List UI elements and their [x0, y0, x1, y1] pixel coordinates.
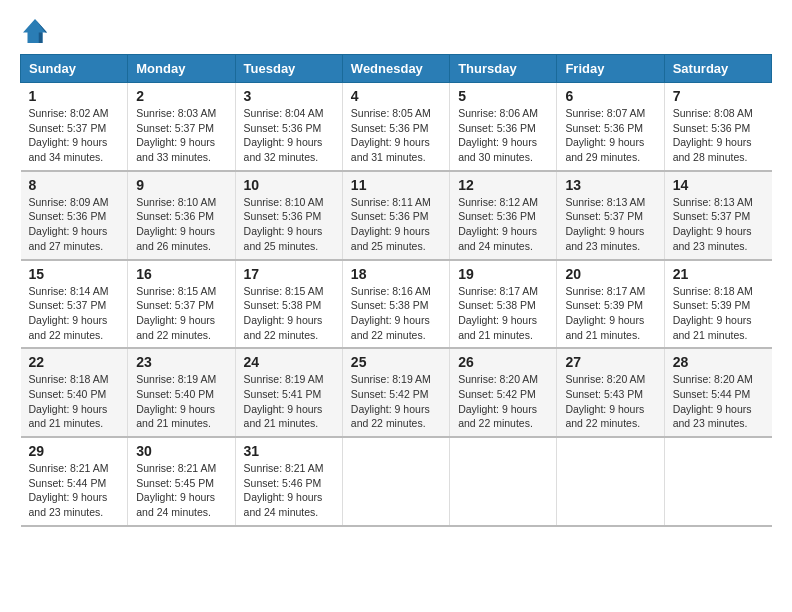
day-header-saturday: Saturday — [664, 55, 771, 83]
day-number: 18 — [351, 266, 441, 282]
day-cell: 1Sunrise: 8:02 AMSunset: 5:37 PMDaylight… — [21, 83, 128, 171]
day-info: Sunrise: 8:15 AMSunset: 5:37 PMDaylight:… — [136, 284, 226, 343]
day-info: Sunrise: 8:11 AMSunset: 5:36 PMDaylight:… — [351, 195, 441, 254]
day-info: Sunrise: 8:10 AMSunset: 5:36 PMDaylight:… — [244, 195, 334, 254]
day-info: Sunrise: 8:18 AMSunset: 5:40 PMDaylight:… — [29, 372, 120, 431]
day-header-wednesday: Wednesday — [342, 55, 449, 83]
day-cell — [664, 437, 771, 526]
day-number: 7 — [673, 88, 764, 104]
day-number: 16 — [136, 266, 226, 282]
day-cell — [557, 437, 664, 526]
day-number: 10 — [244, 177, 334, 193]
day-header-friday: Friday — [557, 55, 664, 83]
day-info: Sunrise: 8:13 AMSunset: 5:37 PMDaylight:… — [673, 195, 764, 254]
header-row: SundayMondayTuesdayWednesdayThursdayFrid… — [21, 55, 772, 83]
day-header-tuesday: Tuesday — [235, 55, 342, 83]
day-info: Sunrise: 8:18 AMSunset: 5:39 PMDaylight:… — [673, 284, 764, 343]
day-cell: 8Sunrise: 8:09 AMSunset: 5:36 PMDaylight… — [21, 171, 128, 260]
day-info: Sunrise: 8:17 AMSunset: 5:38 PMDaylight:… — [458, 284, 548, 343]
day-number: 29 — [29, 443, 120, 459]
day-cell: 27Sunrise: 8:20 AMSunset: 5:43 PMDayligh… — [557, 348, 664, 437]
week-row-5: 29Sunrise: 8:21 AMSunset: 5:44 PMDayligh… — [21, 437, 772, 526]
week-row-3: 15Sunrise: 8:14 AMSunset: 5:37 PMDayligh… — [21, 260, 772, 349]
day-cell: 28Sunrise: 8:20 AMSunset: 5:44 PMDayligh… — [664, 348, 771, 437]
day-cell: 13Sunrise: 8:13 AMSunset: 5:37 PMDayligh… — [557, 171, 664, 260]
day-number: 21 — [673, 266, 764, 282]
day-number: 24 — [244, 354, 334, 370]
day-cell: 9Sunrise: 8:10 AMSunset: 5:36 PMDaylight… — [128, 171, 235, 260]
day-cell: 21Sunrise: 8:18 AMSunset: 5:39 PMDayligh… — [664, 260, 771, 349]
day-info: Sunrise: 8:10 AMSunset: 5:36 PMDaylight:… — [136, 195, 226, 254]
logo — [20, 16, 54, 46]
day-number: 15 — [29, 266, 120, 282]
day-info: Sunrise: 8:05 AMSunset: 5:36 PMDaylight:… — [351, 106, 441, 165]
day-cell: 29Sunrise: 8:21 AMSunset: 5:44 PMDayligh… — [21, 437, 128, 526]
day-cell: 25Sunrise: 8:19 AMSunset: 5:42 PMDayligh… — [342, 348, 449, 437]
day-cell: 20Sunrise: 8:17 AMSunset: 5:39 PMDayligh… — [557, 260, 664, 349]
day-info: Sunrise: 8:07 AMSunset: 5:36 PMDaylight:… — [565, 106, 655, 165]
logo-icon — [20, 16, 50, 46]
day-info: Sunrise: 8:12 AMSunset: 5:36 PMDaylight:… — [458, 195, 548, 254]
day-cell: 3Sunrise: 8:04 AMSunset: 5:36 PMDaylight… — [235, 83, 342, 171]
day-number: 5 — [458, 88, 548, 104]
day-info: Sunrise: 8:08 AMSunset: 5:36 PMDaylight:… — [673, 106, 764, 165]
day-cell: 2Sunrise: 8:03 AMSunset: 5:37 PMDaylight… — [128, 83, 235, 171]
day-info: Sunrise: 8:20 AMSunset: 5:44 PMDaylight:… — [673, 372, 764, 431]
week-row-2: 8Sunrise: 8:09 AMSunset: 5:36 PMDaylight… — [21, 171, 772, 260]
day-cell: 15Sunrise: 8:14 AMSunset: 5:37 PMDayligh… — [21, 260, 128, 349]
day-number: 31 — [244, 443, 334, 459]
calendar-table: SundayMondayTuesdayWednesdayThursdayFrid… — [20, 54, 772, 527]
day-info: Sunrise: 8:15 AMSunset: 5:38 PMDaylight:… — [244, 284, 334, 343]
day-number: 23 — [136, 354, 226, 370]
day-cell: 24Sunrise: 8:19 AMSunset: 5:41 PMDayligh… — [235, 348, 342, 437]
day-header-thursday: Thursday — [450, 55, 557, 83]
week-row-4: 22Sunrise: 8:18 AMSunset: 5:40 PMDayligh… — [21, 348, 772, 437]
day-info: Sunrise: 8:21 AMSunset: 5:44 PMDaylight:… — [29, 461, 120, 520]
day-info: Sunrise: 8:21 AMSunset: 5:46 PMDaylight:… — [244, 461, 334, 520]
day-info: Sunrise: 8:19 AMSunset: 5:41 PMDaylight:… — [244, 372, 334, 431]
day-number: 12 — [458, 177, 548, 193]
day-cell: 10Sunrise: 8:10 AMSunset: 5:36 PMDayligh… — [235, 171, 342, 260]
day-number: 27 — [565, 354, 655, 370]
day-info: Sunrise: 8:17 AMSunset: 5:39 PMDaylight:… — [565, 284, 655, 343]
day-number: 11 — [351, 177, 441, 193]
day-cell: 26Sunrise: 8:20 AMSunset: 5:42 PMDayligh… — [450, 348, 557, 437]
day-cell: 4Sunrise: 8:05 AMSunset: 5:36 PMDaylight… — [342, 83, 449, 171]
day-cell: 12Sunrise: 8:12 AMSunset: 5:36 PMDayligh… — [450, 171, 557, 260]
day-number: 28 — [673, 354, 764, 370]
day-number: 9 — [136, 177, 226, 193]
day-cell: 7Sunrise: 8:08 AMSunset: 5:36 PMDaylight… — [664, 83, 771, 171]
day-cell: 6Sunrise: 8:07 AMSunset: 5:36 PMDaylight… — [557, 83, 664, 171]
day-number: 17 — [244, 266, 334, 282]
day-number: 20 — [565, 266, 655, 282]
day-header-sunday: Sunday — [21, 55, 128, 83]
day-header-monday: Monday — [128, 55, 235, 83]
day-cell: 16Sunrise: 8:15 AMSunset: 5:37 PMDayligh… — [128, 260, 235, 349]
day-number: 2 — [136, 88, 226, 104]
day-info: Sunrise: 8:20 AMSunset: 5:43 PMDaylight:… — [565, 372, 655, 431]
day-cell: 14Sunrise: 8:13 AMSunset: 5:37 PMDayligh… — [664, 171, 771, 260]
day-info: Sunrise: 8:21 AMSunset: 5:45 PMDaylight:… — [136, 461, 226, 520]
day-number: 25 — [351, 354, 441, 370]
day-number: 19 — [458, 266, 548, 282]
day-info: Sunrise: 8:13 AMSunset: 5:37 PMDaylight:… — [565, 195, 655, 254]
day-cell: 31Sunrise: 8:21 AMSunset: 5:46 PMDayligh… — [235, 437, 342, 526]
day-info: Sunrise: 8:19 AMSunset: 5:40 PMDaylight:… — [136, 372, 226, 431]
day-info: Sunrise: 8:19 AMSunset: 5:42 PMDaylight:… — [351, 372, 441, 431]
day-cell: 18Sunrise: 8:16 AMSunset: 5:38 PMDayligh… — [342, 260, 449, 349]
day-cell: 22Sunrise: 8:18 AMSunset: 5:40 PMDayligh… — [21, 348, 128, 437]
day-number: 26 — [458, 354, 548, 370]
day-number: 22 — [29, 354, 120, 370]
day-info: Sunrise: 8:04 AMSunset: 5:36 PMDaylight:… — [244, 106, 334, 165]
day-info: Sunrise: 8:02 AMSunset: 5:37 PMDaylight:… — [29, 106, 120, 165]
day-info: Sunrise: 8:09 AMSunset: 5:36 PMDaylight:… — [29, 195, 120, 254]
day-number: 4 — [351, 88, 441, 104]
day-cell: 11Sunrise: 8:11 AMSunset: 5:36 PMDayligh… — [342, 171, 449, 260]
day-info: Sunrise: 8:20 AMSunset: 5:42 PMDaylight:… — [458, 372, 548, 431]
day-cell: 19Sunrise: 8:17 AMSunset: 5:38 PMDayligh… — [450, 260, 557, 349]
week-row-1: 1Sunrise: 8:02 AMSunset: 5:37 PMDaylight… — [21, 83, 772, 171]
day-number: 30 — [136, 443, 226, 459]
day-number: 13 — [565, 177, 655, 193]
day-number: 6 — [565, 88, 655, 104]
day-cell: 30Sunrise: 8:21 AMSunset: 5:45 PMDayligh… — [128, 437, 235, 526]
